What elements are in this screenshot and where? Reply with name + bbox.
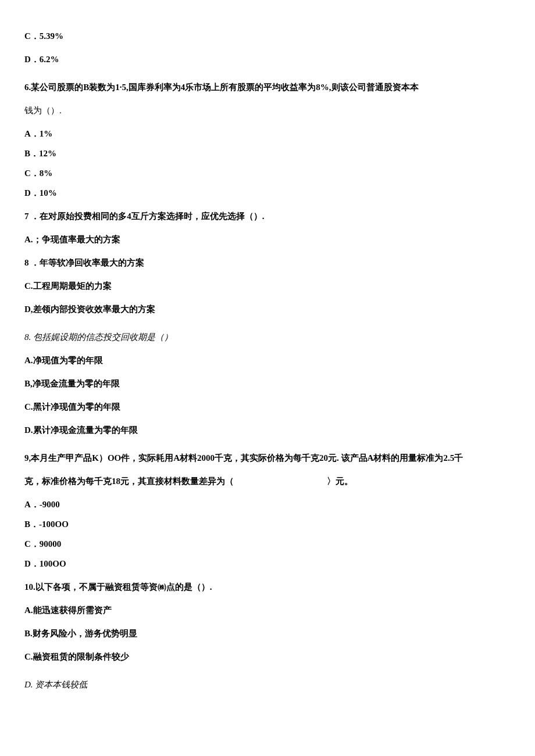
q9-option-d: D．100OO — [24, 557, 511, 571]
q8-option-c: C.黑计净现值为零的年限 — [24, 400, 511, 414]
q8-option-b: B,净现金流量为零的年限 — [24, 377, 511, 390]
q10-option-c: C.融资租赁的限制条件较少 — [24, 650, 511, 664]
q8-stem: 8. 包括娓设期的信态投交回收期是（） — [24, 330, 511, 344]
q10-option-a: A.能迅速获得所需资产 — [24, 603, 511, 617]
q10-option-b: B.财务风险小，游务优势明显 — [24, 626, 511, 640]
q9-option-b: B．-100OO — [24, 517, 511, 531]
q7-option-d: D,差领内部投资收效率最大的方案 — [24, 302, 511, 316]
q6-option-a: A．1% — [24, 127, 511, 141]
q10-option-d: D. 资本本钱较低 — [24, 678, 511, 691]
q5-option-c: C．5.39% — [24, 29, 511, 43]
q7-option-a: A.；争现值率最大的方案 — [24, 232, 511, 246]
q9-stem-line1: 9,本月生产甲产品K）OO件，实际耗用A材料2000千克，其实际价格为每千克20… — [24, 451, 511, 465]
q9-option-a: A．-9000 — [24, 497, 511, 511]
q7-option-c: C.工程周期最矩的力案 — [24, 279, 511, 293]
q6-option-d: D．10% — [24, 186, 511, 200]
q6-option-b: B．12% — [24, 146, 511, 160]
q5-option-d: D．6.2% — [24, 52, 511, 66]
q10-stem: 10.以下各项，不属于融资租赁等资㈱点的是（）. — [24, 580, 511, 594]
q6-stem-line1: 6.某公司股票的B装数为1·5,国库券利率为4乐市场上所有股票的平均收益率为8%… — [24, 80, 511, 94]
q6-option-c: C．8% — [24, 166, 511, 180]
q9-stem-line2-right: 〉元。 — [327, 474, 353, 488]
q9-option-c: C．90000 — [24, 537, 511, 551]
q8-option-a: A.净现值为零的年限 — [24, 353, 511, 367]
q7-stem: 7 ．在对原始投费相同的多4互斤方案选择时，应优先选择（）. — [24, 209, 511, 223]
q6-stem-line2: 钱为（）. — [24, 103, 511, 117]
q9-stem-line2: 克，标准价格为每千克18元，其直接材料数量差异为（〉元。 — [24, 474, 511, 488]
q8-option-d: D.累计净现金流量为零的年限 — [24, 423, 511, 437]
q7-option-b: 8 ．年等软净回收率最大的方案 — [24, 256, 511, 270]
q9-stem-line2-left: 克，标准价格为每千克18元，其直接材料数量差异为（ — [24, 476, 234, 486]
